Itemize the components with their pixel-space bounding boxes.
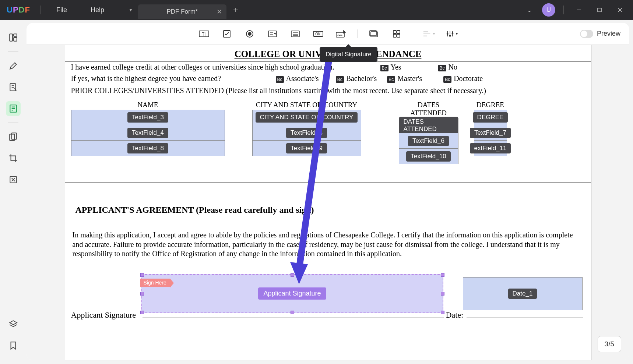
text-field[interactable]: TextField_5 (252, 125, 361, 141)
svg-rect-6 (14, 38, 17, 41)
credit-row: I have earned college credit at other co… (65, 61, 591, 73)
organize-icon[interactable] (6, 130, 21, 144)
svg-text:T|: T| (202, 32, 205, 37)
comment-icon[interactable] (6, 59, 21, 73)
svg-rect-35 (397, 31, 400, 33)
checkbox-field[interactable]: Bc (336, 76, 344, 83)
digital-signature-tool-icon[interactable] (334, 27, 348, 40)
form-icon[interactable] (6, 101, 21, 116)
menu-help[interactable]: Help (79, 6, 116, 14)
date-line (467, 318, 583, 318)
text-field[interactable]: DATES ATTENDED (399, 118, 458, 133)
degree-row: If yes, what is the highest degree you h… (65, 73, 591, 84)
text-field[interactable]: TextField_9 (252, 141, 361, 156)
listbox-tool-icon[interactable] (289, 27, 302, 40)
user-avatar[interactable]: U (542, 3, 555, 17)
titlebar-right: ⌄ U (521, 3, 633, 17)
divider (8, 123, 18, 123)
minimize-button[interactable] (570, 3, 588, 17)
svg-rect-36 (393, 34, 396, 37)
text-field[interactable]: extField_11 (474, 141, 507, 156)
col-header-dates: DATES ATTENDED (399, 101, 458, 117)
main-panel: T| OK ▼ ▼ Preview Digital Signature COLL… (27, 23, 629, 360)
preview-label: Preview (597, 30, 620, 38)
text-field[interactable]: TextField_6 (399, 133, 458, 149)
svg-text:OK: OK (315, 32, 321, 36)
svg-rect-1 (598, 8, 601, 12)
svg-point-21 (248, 32, 251, 35)
edit-icon[interactable] (6, 80, 21, 95)
radio-tool-icon[interactable] (243, 27, 256, 40)
bookmark-icon[interactable] (6, 338, 21, 353)
document-viewport[interactable]: COLLEGE OR UNIVERSITY ATTENDANCE I have … (27, 45, 629, 360)
text-field[interactable]: TextField_4 (71, 125, 225, 141)
sign-here-tag: Sign Here (140, 279, 170, 287)
separator (413, 29, 413, 38)
grid-tool-icon[interactable] (390, 27, 403, 40)
tab-area: ▼ PDF Form* ✕ + (123, 0, 245, 20)
dropdown-tool-icon[interactable] (266, 27, 279, 40)
date-field[interactable]: Date_1 (463, 277, 583, 310)
sidebar (0, 23, 27, 360)
text-field[interactable]: TextField_8 (71, 141, 225, 156)
separator (357, 29, 358, 38)
col-header-name: NAME (138, 101, 158, 109)
form-toolbar: T| OK ▼ ▼ Preview (27, 23, 629, 45)
toggle-pill[interactable] (580, 30, 593, 38)
prior-text: PRIOR COLLEGES/UNIVERSITIES ATTENDED (Pl… (65, 84, 591, 97)
degree-question: If yes, what is the highest degree you h… (71, 74, 276, 83)
layers-icon[interactable] (6, 317, 21, 332)
col-header-city: CITY AND STATE OR COUNTRY (256, 101, 357, 109)
text-field[interactable]: TextField_7 (474, 125, 507, 141)
text-field[interactable]: TextField_3 (71, 110, 225, 125)
chevron-down-icon[interactable]: ⌄ (521, 7, 538, 14)
tab-add-icon[interactable]: + (226, 5, 245, 15)
agreement-title: APPLICANT'S AGREEMENT (Please read caref… (65, 183, 591, 222)
checkbox-field[interactable]: Bc (443, 76, 451, 83)
preview-toggle[interactable]: Preview (580, 30, 620, 38)
maximize-button[interactable] (590, 3, 609, 17)
checkbox-field[interactable]: Bc (387, 76, 395, 83)
text-field[interactable]: CITY AND STATE OR COUNTRY (252, 110, 361, 125)
signature-field-label: Applicant Signature (258, 287, 326, 300)
signature-label: Applicant Signature (71, 310, 136, 320)
checkbox-tool-icon[interactable] (220, 27, 233, 40)
credit-text: I have earned college credit at other co… (71, 63, 366, 71)
checkbox-field[interactable]: Bc (438, 65, 446, 71)
close-button[interactable] (611, 3, 629, 17)
agreement-body: In making this application, I accept and… (65, 222, 591, 259)
text-field[interactable]: DEGREE (474, 110, 507, 125)
pdf-page: COLLEGE OR UNIVERSITY ATTENDANCE I have … (65, 45, 591, 360)
button-tool-icon[interactable]: OK (312, 27, 325, 40)
thumbnails-icon[interactable] (6, 30, 21, 45)
tools-settings-icon[interactable]: ▼ (446, 27, 459, 40)
tooltip: Digital Signature (320, 47, 377, 62)
document-tab[interactable]: PDF Form* ✕ (138, 4, 226, 19)
redact-icon[interactable] (6, 172, 21, 187)
divider (8, 52, 18, 52)
college-table: NAME TextField_3 TextField_4 TextField_8… (65, 97, 591, 168)
image-tool-icon[interactable] (367, 27, 380, 40)
text-field-tool-icon[interactable]: T| (197, 27, 211, 40)
titlebar: UPDF File Help ▼ PDF Form* ✕ + ⌄ U (0, 0, 633, 20)
text-field[interactable]: TextField_10 (399, 149, 458, 164)
separator (563, 6, 564, 14)
tab-dropdown-icon[interactable]: ▼ (123, 3, 138, 17)
date-label: Date: (446, 310, 464, 320)
tab-close-icon[interactable]: ✕ (217, 8, 222, 16)
page-indicator[interactable]: 3/5 (598, 336, 621, 352)
content-wrap: T| OK ▼ ▼ Preview Digital Signature COLL… (0, 20, 633, 364)
checkbox-field[interactable]: Bc (380, 65, 388, 71)
signature-line (143, 318, 444, 318)
svg-rect-31 (336, 32, 344, 37)
tab-title: PDF Form* (166, 8, 198, 15)
checkbox-field[interactable]: Bc (276, 76, 284, 83)
svg-rect-37 (397, 34, 400, 37)
svg-rect-4 (10, 34, 13, 41)
menu-file[interactable]: File (45, 6, 79, 14)
signature-field-selected[interactable]: Sign Here Applicant Signature (141, 274, 443, 313)
align-tool-icon[interactable]: ▼ (423, 27, 436, 40)
col-header-degree: DEGREE (476, 101, 504, 109)
app-logo: UPDF (0, 5, 37, 15)
crop-icon[interactable] (6, 151, 21, 166)
